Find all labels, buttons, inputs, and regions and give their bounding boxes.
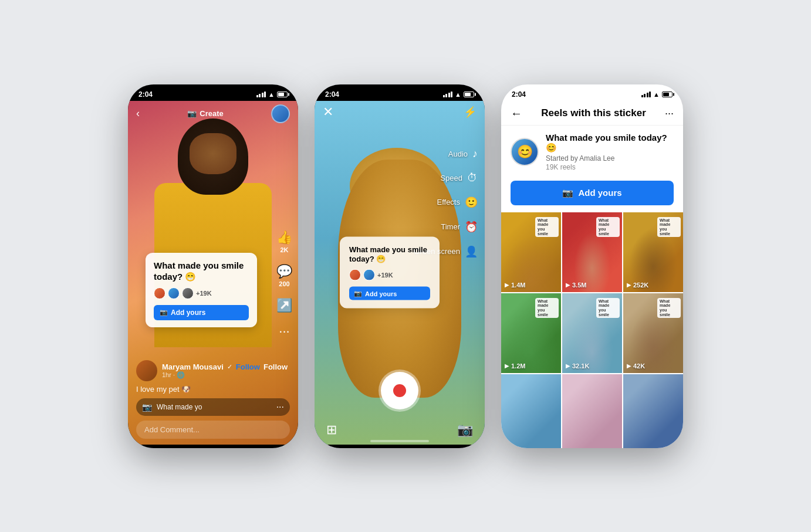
sticker-card-camera: What made you smile today? 😁 +19K 📷 Add … — [340, 236, 440, 309]
sticker-more-icon[interactable]: ··· — [276, 402, 284, 412]
battery-icon — [464, 92, 474, 97]
phone1-status-icons: ▲ — [256, 91, 288, 98]
grid-cell-4[interactable]: What made you smile ▶ 1.2M — [501, 293, 561, 373]
flash-icon[interactable]: ⚡ — [464, 106, 477, 118]
verified-icon: ✓ — [227, 363, 232, 371]
scene: 2:04 ▲ — [104, 61, 707, 472]
phone2-status-bar: 2:04 ▲ — [315, 84, 485, 101]
camera-icon-small: 📷 — [160, 309, 168, 316]
timer-icon: ⏰ — [465, 221, 478, 233]
cam-avatar-1 — [349, 269, 361, 281]
phone3-sticker-reels: 2:04 ▲ ← Reels with this sticker ··· — [501, 84, 683, 448]
comment-button[interactable]: 💬 200 — [276, 264, 292, 287]
creator-avatar[interactable] — [136, 360, 157, 381]
sticker-title: What made you smile today? 😊 — [546, 133, 674, 153]
grid-cell-2[interactable]: What made you smile ▶ 3.5M — [562, 212, 622, 292]
effects-control[interactable]: Effects 🙂 — [437, 196, 478, 209]
timer-control[interactable]: Timer ⏰ — [441, 221, 478, 233]
more-button[interactable]: ··· — [279, 324, 289, 339]
participant-avatar-2 — [168, 287, 180, 299]
phone1-content: ‹ 📷 Create 👍 2K 💬 200 ↗️ — [128, 101, 298, 445]
speed-label: Speed — [440, 174, 462, 182]
play-icon: ▶ — [505, 282, 509, 288]
play-icon: ▶ — [566, 282, 570, 288]
sticker-preview-bar[interactable]: 📷 What made yo ··· — [136, 398, 290, 416]
back-button[interactable]: ‹ — [136, 107, 140, 120]
views-5: 32.1K — [572, 362, 589, 370]
phone2-time: 2:04 — [325, 90, 339, 99]
add-yours-button-phone1[interactable]: 📷 Add yours — [154, 305, 249, 320]
phone2-camera: 2:04 ▲ — [315, 84, 485, 448]
sticker-info-row: 😊 What made you smile today? 😊 Started b… — [501, 126, 683, 178]
comment-input[interactable]: Add Comment... — [136, 421, 290, 439]
view-count-4: ▶ 1.2M — [505, 362, 525, 370]
cell-sticker-1: What made you smile — [535, 217, 559, 238]
cam-avatar-2 — [363, 269, 375, 281]
flip-camera-icon[interactable]: 📷 — [457, 422, 473, 438]
grid-cell-3[interactable]: What made you smile ▶ 252K — [623, 212, 683, 292]
effects-icon: 🙂 — [465, 196, 478, 209]
sticker-count: 19K reels — [546, 163, 674, 171]
share-button[interactable]: ↗️ — [276, 298, 292, 313]
wifi-icon: ▲ — [653, 91, 660, 98]
comment-icon: 💬 — [276, 264, 292, 279]
user-profile-avatar[interactable] — [271, 104, 290, 123]
like-count: 2K — [280, 246, 288, 253]
signal-icon — [443, 92, 453, 97]
more-options-button[interactable]: ··· — [665, 107, 674, 120]
play-icon: ▶ — [627, 362, 631, 369]
phone1-topbar: ‹ 📷 Create — [128, 101, 298, 127]
add-yours-button-phone3[interactable]: 📷 Add yours — [511, 181, 674, 205]
view-count-6: ▶ 42K — [627, 362, 645, 370]
wifi-icon: ▲ — [455, 91, 461, 98]
signal-icon — [641, 92, 651, 97]
follow-label[interactable]: Follow — [263, 362, 288, 371]
follow-button[interactable]: Follow — [236, 362, 260, 371]
grid-cell-7[interactable] — [501, 374, 561, 448]
views-6: 42K — [633, 362, 645, 370]
add-yours-button-camera[interactable]: 📷 Add yours — [349, 287, 430, 300]
grid-cell-8[interactable] — [562, 374, 622, 448]
audio-control[interactable]: Audio ♪ — [448, 148, 478, 160]
battery-icon — [662, 92, 673, 97]
grid-cell-5[interactable]: What made you smile ▶ 32.1K — [562, 293, 622, 373]
sticker-emoji: 😊 — [517, 144, 533, 160]
camera-icon-tiny: 📷 — [354, 290, 362, 297]
cell-sticker-4: What made you smile — [535, 298, 559, 318]
sticker-creator-avatar: 😊 — [511, 138, 539, 166]
cell-sticker-6: What made you smile — [657, 298, 681, 318]
phone1-bottom-bar: Maryam Mousavi ✓ Follow Follow 1hr · 🌐 I… — [128, 354, 298, 445]
grid-cell-6[interactable]: What made you smile ▶ 42K — [623, 293, 683, 373]
camera-topbar: ✕ ⚡ — [315, 101, 485, 123]
view-count-2: ▶ 3.5M — [566, 282, 586, 289]
create-button[interactable]: 📷 Create — [187, 109, 223, 118]
audio-label: Audio — [448, 150, 468, 158]
camera-bottom-bar: ⊞ 📷 — [315, 422, 485, 438]
home-indicator-cam — [315, 436, 485, 445]
comment-count: 200 — [279, 280, 289, 287]
person-face — [190, 133, 236, 174]
shutter-button[interactable] — [381, 372, 418, 409]
view-count-5: ▶ 32.1K — [566, 362, 589, 370]
sticker-cam-avatars: +19K — [349, 269, 430, 281]
speed-control[interactable]: Speed ⏱ — [440, 172, 478, 184]
view-count-3: ▶ 252K — [627, 282, 648, 289]
cam-plus-count: +19K — [377, 272, 393, 279]
share-icon: ↗️ — [276, 298, 292, 313]
like-button[interactable]: 👍 2K — [276, 230, 292, 253]
phone3-header: ← Reels with this sticker ··· — [501, 101, 683, 126]
more-icon: ··· — [279, 324, 289, 339]
participant-avatar-3 — [182, 287, 194, 299]
gallery-icon[interactable]: ⊞ — [326, 422, 337, 438]
back-button-phone3[interactable]: ← — [511, 107, 522, 120]
post-meta: 1hr · 🌐 — [162, 371, 288, 379]
sticker-cam-text: What made you smile today? 😁 — [349, 245, 430, 265]
grid-cell-9[interactable] — [623, 374, 683, 448]
sticker-preview-text: What made yo — [157, 403, 202, 411]
wifi-icon: ▲ — [268, 91, 275, 98]
grid-cell-1[interactable]: What made you smile ▶ 1.4M — [501, 212, 561, 292]
phone2-status-icons: ▲ — [443, 91, 474, 98]
close-button[interactable]: ✕ — [323, 104, 333, 120]
audio-icon: ♪ — [472, 148, 478, 160]
participant-avatar-1 — [154, 287, 165, 299]
